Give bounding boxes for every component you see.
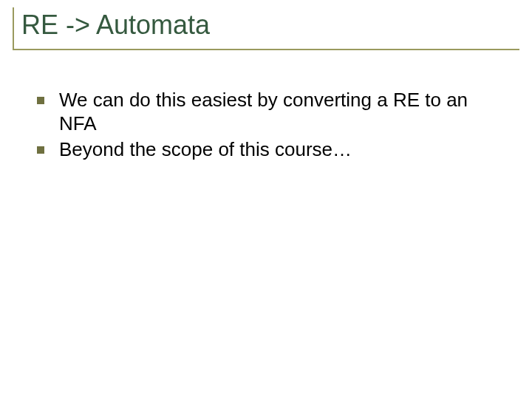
list-item: We can do this easiest by converting a R… — [37, 89, 495, 135]
slide: RE -> Automata We can do this easiest by… — [0, 0, 532, 399]
square-bullet-icon — [37, 97, 44, 104]
square-bullet-icon — [37, 146, 44, 154]
bullet-text: Beyond the scope of this course… — [59, 138, 352, 162]
list-item: Beyond the scope of this course… — [37, 138, 495, 162]
title-box: RE -> Automata — [13, 7, 519, 50]
slide-title: RE -> Automata — [21, 10, 519, 40]
bullet-text: We can do this easiest by converting a R… — [59, 89, 495, 135]
body: We can do this easiest by converting a R… — [37, 89, 495, 165]
